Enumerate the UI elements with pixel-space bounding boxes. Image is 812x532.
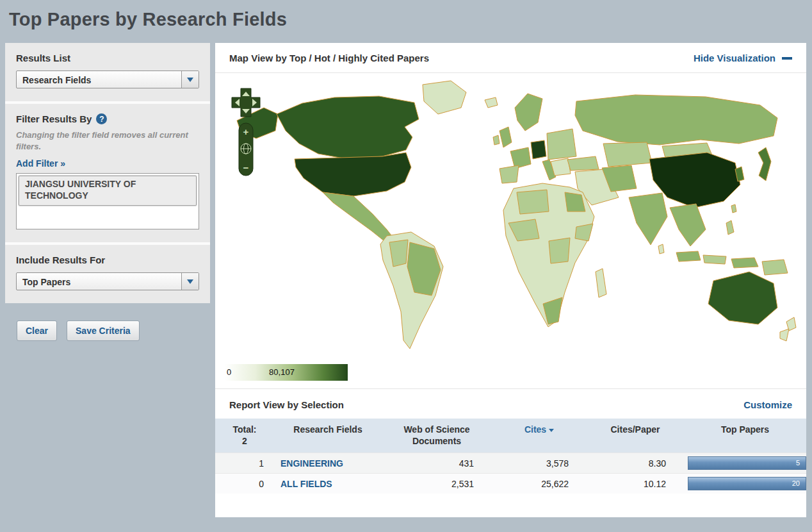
country-indonesia-1 <box>676 251 701 262</box>
include-results-value: Top Papers <box>17 273 181 290</box>
map-zoom-controls[interactable]: + − <box>231 87 263 183</box>
row-rank: 0 <box>215 474 274 494</box>
filter-item[interactable]: JIANGSU UNIVERSITY OF TECHNOLOGY <box>19 176 197 206</box>
country-india <box>629 193 667 245</box>
country-indonesia-2 <box>703 255 726 264</box>
country-usa <box>295 153 411 196</box>
region-eastern-europe <box>547 129 576 160</box>
page-title: Top Papers by Research Fields <box>0 0 812 43</box>
country-iceland <box>485 97 498 108</box>
sidebar-actions: Clear Save Criteria <box>5 320 210 341</box>
main-panel: Map View by Top / Hot / Highly Cited Pap… <box>215 43 806 517</box>
country-australia <box>708 272 777 324</box>
chevron-down-icon <box>187 279 193 284</box>
customize-link[interactable]: Customize <box>743 399 792 410</box>
map-area: + − 0 80,107 <box>215 73 806 388</box>
legend-max-value: 80,107 <box>269 367 295 377</box>
top-papers-bar[interactable]: 5 <box>688 456 806 470</box>
filter-note: Changing the filter field removes all cu… <box>16 129 199 152</box>
country-russia <box>575 95 777 145</box>
sidebar: Results List Research Fields Filter Resu… <box>5 43 210 341</box>
col-header-wos-documents: Web of Science Documents <box>382 419 492 453</box>
save-criteria-button[interactable]: Save Criteria <box>67 320 140 341</box>
legend-min-value: 0 <box>227 367 231 377</box>
results-list-heading: Results List <box>16 53 199 63</box>
country-france <box>510 147 531 169</box>
country-kazakhstan <box>603 142 652 167</box>
collapse-minus-icon <box>782 57 792 60</box>
filter-section: Filter Results By ? Changing the filter … <box>5 104 210 242</box>
hide-visualization-label: Hide Visualization <box>694 53 775 63</box>
results-list-value: Research Fields <box>17 71 181 88</box>
country-algeria <box>517 190 549 214</box>
add-filter-link[interactable]: Add Filter » <box>16 158 65 169</box>
map-legend: 0 80,107 <box>225 364 348 381</box>
active-filters-listbox[interactable]: JIANGSU UNIVERSITY OF TECHNOLOGY <box>16 173 199 229</box>
col-header-research-fields: Research Fields <box>274 419 382 453</box>
country-spain <box>499 165 519 183</box>
row-cites-per-paper: 8.30 <box>587 453 684 474</box>
world-map[interactable] <box>219 74 803 364</box>
table-header-row: Total: 2 Research Fields Web of Science … <box>215 419 806 453</box>
research-field-link[interactable]: ALL FIELDS <box>280 479 332 489</box>
country-canada <box>277 96 419 159</box>
zoom-out-button: − <box>243 162 249 173</box>
report-view-title: Report View by Selection <box>229 399 344 410</box>
filter-heading: Filter Results By <box>16 113 92 124</box>
results-list-section: Results List Research Fields <box>5 43 210 101</box>
country-mexico <box>323 192 393 241</box>
report-table: Total: 2 Research Fields Web of Science … <box>215 419 806 494</box>
table-row: 1 ENGINEERING 431 3,578 8.30 5 <box>215 453 806 474</box>
clear-button[interactable]: Clear <box>17 320 57 341</box>
chevron-down-icon <box>187 78 193 82</box>
table-row: 0 ALL FIELDS 2,531 25,622 10.12 20 <box>215 474 806 494</box>
row-cites: 25,622 <box>492 474 587 494</box>
row-rank: 1 <box>215 453 274 474</box>
row-cites-per-paper: 10.12 <box>587 474 684 494</box>
country-indonesia-3 <box>731 258 758 268</box>
include-results-dropdown[interactable]: Top Papers <box>16 272 199 290</box>
map-view-title: Map View by Top / Hot / Highly Cited Pap… <box>229 53 429 63</box>
include-results-dropdown-button[interactable] <box>181 273 199 290</box>
country-japan <box>758 147 771 181</box>
col-header-cites-sort[interactable]: Cites <box>492 419 587 453</box>
row-top-papers-cell: 20 <box>684 474 806 494</box>
col-header-total: Total: 2 <box>215 419 274 453</box>
results-list-dropdown-button[interactable] <box>181 71 199 88</box>
sort-desc-icon <box>549 429 554 432</box>
country-taiwan <box>731 204 736 213</box>
region-southeast-asia <box>670 204 706 246</box>
row-field: ENGINEERING <box>274 453 382 474</box>
report-header: Report View by Selection Customize <box>215 388 806 419</box>
country-ireland <box>493 135 499 145</box>
country-greenland <box>423 81 466 114</box>
country-sri-lanka <box>658 244 664 254</box>
row-wos-documents: 431 <box>382 453 492 474</box>
map-header: Map View by Top / Hot / Highly Cited Pap… <box>215 43 806 73</box>
research-field-link[interactable]: ENGINEERING <box>280 458 343 469</box>
country-new-zealand-south <box>780 329 789 341</box>
zoom-in-button: + <box>243 126 249 137</box>
country-philippines <box>726 220 734 235</box>
country-scandinavia <box>515 94 542 131</box>
hide-visualization-link[interactable]: Hide Visualization <box>694 53 792 63</box>
country-germany <box>531 140 546 159</box>
country-madagascar <box>596 269 606 297</box>
row-wos-documents: 2,531 <box>382 474 492 494</box>
row-cites: 3,578 <box>492 453 587 474</box>
results-list-dropdown[interactable]: Research Fields <box>16 71 199 88</box>
help-icon[interactable]: ? <box>96 113 107 124</box>
col-header-top-papers: Top Papers <box>684 419 806 453</box>
country-uk <box>499 127 512 147</box>
row-top-papers-cell: 5 <box>684 453 806 474</box>
top-papers-bar[interactable]: 20 <box>688 477 806 490</box>
col-header-cites-per-paper: Cites/Paper <box>587 419 684 453</box>
row-field: ALL FIELDS <box>274 474 382 494</box>
layout: Results List Research Fields Filter Resu… <box>0 43 812 517</box>
country-new-zealand-north <box>786 317 796 331</box>
region-central-africa <box>549 238 570 263</box>
country-new-guinea <box>762 260 788 275</box>
include-results-heading: Include Results For <box>16 254 199 265</box>
country-turkey <box>567 156 599 170</box>
include-results-section: Include Results For Top Papers <box>5 245 210 303</box>
